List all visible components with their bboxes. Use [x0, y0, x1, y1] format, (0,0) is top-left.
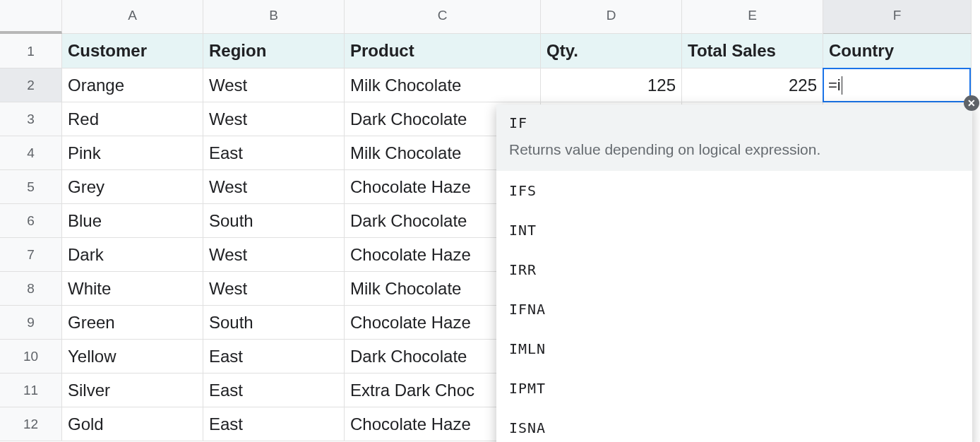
cell[interactable]: Dark: [62, 238, 203, 272]
suggest-item[interactable]: IMLN: [496, 329, 972, 369]
cell[interactable]: 125: [541, 68, 682, 102]
cell[interactable]: East: [203, 374, 345, 407]
suggest-item[interactable]: IFNA: [496, 289, 972, 329]
col-header-B[interactable]: B: [203, 0, 345, 34]
row-header-11[interactable]: 11: [0, 374, 62, 407]
cell[interactable]: West: [203, 238, 345, 272]
cell[interactable]: East: [203, 136, 345, 170]
cell[interactable]: East: [203, 407, 345, 441]
row-header-3[interactable]: 3: [0, 102, 62, 136]
suggest-item-selected[interactable]: IF Returns value depending on logical ex…: [496, 104, 972, 171]
formula-suggest-popup: IF Returns value depending on logical ex…: [496, 104, 972, 442]
col-header-C[interactable]: C: [345, 0, 541, 34]
row-header-12[interactable]: 12: [0, 407, 62, 441]
row-header-9[interactable]: 9: [0, 306, 62, 340]
cell[interactable]: South: [203, 306, 345, 340]
suggest-item[interactable]: IPMT: [496, 369, 972, 408]
row-header-5[interactable]: 5: [0, 170, 62, 204]
cell[interactable]: Milk Chocolate: [345, 68, 541, 102]
header-country[interactable]: Country: [823, 34, 972, 68]
close-icon[interactable]: ✕: [964, 95, 979, 111]
cell[interactable]: Gold: [62, 407, 203, 441]
suggest-item[interactable]: ISNA: [496, 408, 972, 442]
active-cell-editor[interactable]: =i: [823, 68, 971, 102]
col-header-D[interactable]: D: [541, 0, 682, 34]
suggest-fn-desc: Returns value depending on logical expre…: [509, 141, 960, 158]
row-header-7[interactable]: 7: [0, 238, 62, 272]
cell[interactable]: Orange: [62, 68, 203, 102]
row-header-6[interactable]: 6: [0, 204, 62, 238]
cell[interactable]: Green: [62, 306, 203, 340]
table-header-row: Customer Region Product Qty. Total Sales…: [62, 34, 972, 68]
cell[interactable]: West: [203, 102, 345, 136]
suggest-item[interactable]: IRR: [496, 250, 972, 289]
suggest-item[interactable]: IFS: [496, 171, 972, 210]
select-all-corner[interactable]: [0, 0, 62, 34]
col-header-F[interactable]: F: [823, 0, 972, 34]
cell[interactable]: West: [203, 68, 345, 102]
row-headers: 1 2 3 4 5 6 7 8 9 10 11 12: [0, 34, 62, 441]
column-headers: A B C D E F: [62, 0, 972, 34]
suggest-fn-name: IF: [509, 114, 960, 131]
cell[interactable]: Yellow: [62, 340, 203, 374]
row-header-4[interactable]: 4: [0, 136, 62, 170]
cell[interactable]: Red: [62, 102, 203, 136]
cell[interactable]: East: [203, 340, 345, 374]
row-header-10[interactable]: 10: [0, 340, 62, 374]
cell[interactable]: West: [203, 272, 345, 306]
header-customer[interactable]: Customer: [62, 34, 203, 68]
formula-text: =i: [828, 76, 841, 95]
col-header-A[interactable]: A: [62, 0, 203, 34]
cell[interactable]: White: [62, 272, 203, 306]
text-cursor: [842, 76, 842, 95]
header-qty[interactable]: Qty.: [541, 34, 682, 68]
cell[interactable]: West: [203, 170, 345, 204]
header-product[interactable]: Product: [345, 34, 541, 68]
cell[interactable]: Pink: [62, 136, 203, 170]
row-header-1[interactable]: 1: [0, 34, 62, 68]
cell[interactable]: South: [203, 204, 345, 238]
row-header-2[interactable]: 2: [0, 68, 62, 102]
row-header-8[interactable]: 8: [0, 272, 62, 306]
cell[interactable]: 225: [682, 68, 823, 102]
col-header-E[interactable]: E: [682, 0, 823, 34]
header-total-sales[interactable]: Total Sales: [682, 34, 823, 68]
cell[interactable]: Blue: [62, 204, 203, 238]
cell[interactable]: Grey: [62, 170, 203, 204]
suggest-item[interactable]: INT: [496, 210, 972, 250]
header-region[interactable]: Region: [203, 34, 345, 68]
cell[interactable]: Silver: [62, 374, 203, 407]
